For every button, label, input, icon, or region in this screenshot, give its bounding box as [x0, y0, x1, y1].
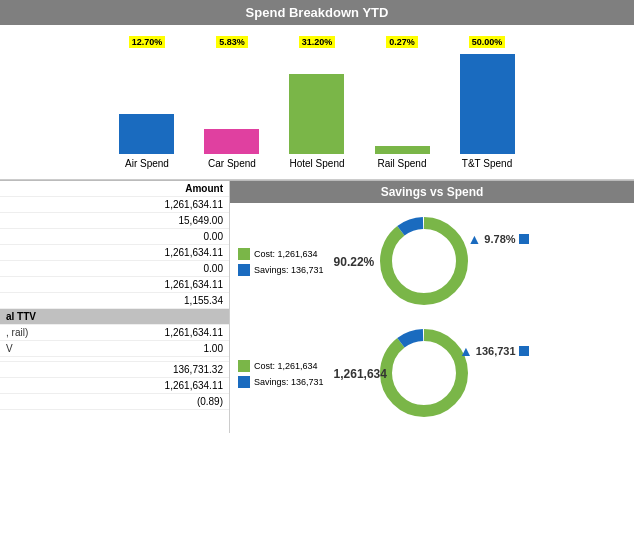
row-amount: 136,731.32 [75, 362, 229, 378]
table-row: , rail)1,261,634.11 [0, 325, 229, 341]
donut-1-pct-small: 9.78% [484, 233, 515, 245]
bar-rect [289, 74, 344, 154]
table-row: V1.00 [0, 341, 229, 357]
donut-2-pct-small: 136,731 [476, 345, 516, 357]
bar-wrapper: 31.20% [289, 54, 344, 154]
row-amount: 0.00 [75, 261, 229, 277]
bar-pct-label: 31.20% [299, 36, 336, 48]
bar-rect [375, 146, 430, 154]
legend-cost-2: Cost: 1,261,634 [238, 360, 324, 372]
row-amount: 1,261,634.11 [75, 245, 229, 261]
table-row: 1,261,634.11 [0, 197, 229, 213]
legend-savings-1: Savings: 136,731 [238, 264, 324, 276]
table-row: 0.00 [0, 229, 229, 245]
bar-pct-label: 50.00% [469, 36, 506, 48]
legend-savings-label-1: Savings: 136,731 [254, 265, 324, 275]
bar-rect [204, 129, 259, 154]
donut-2-center-label: 1,261,634 [334, 367, 387, 381]
row-label: , rail) [0, 325, 75, 341]
legend-color-cost-2 [238, 360, 250, 372]
svg-point-0 [386, 223, 462, 299]
arrow-up-icon-2: ▲ [459, 343, 473, 359]
table-row: 1,261,634.11 [0, 277, 229, 293]
row-label [0, 293, 75, 309]
donut-chart-1: Cost: 1,261,634 Savings: 136,731 90.22% … [238, 211, 626, 313]
bar-rect [119, 114, 174, 154]
legend-1: Cost: 1,261,634 Savings: 136,731 [238, 248, 324, 276]
row-label [0, 394, 75, 410]
row-label [0, 261, 75, 277]
bar-group: 5.83%Car Spend [204, 54, 259, 169]
table-row: 15,649.00 [0, 213, 229, 229]
donut-2-right-label: ▲ 136,731 [459, 343, 529, 359]
bar-pct-label: 5.83% [216, 36, 248, 48]
donut-chart-2: Cost: 1,261,634 Savings: 136,731 1,261,6… [238, 323, 626, 425]
table-row: 1,261,634.11 [0, 378, 229, 394]
row-label [0, 362, 75, 378]
donut-1-right-label: ▲ 9.78% [468, 231, 529, 247]
table-header-row: Amount [0, 181, 229, 197]
charts-container: Cost: 1,261,634 Savings: 136,731 90.22% … [230, 203, 634, 433]
row-amount: 1,261,634.11 [75, 197, 229, 213]
legend-color-cost-1 [238, 248, 250, 260]
bar-name-label: Hotel Spend [289, 158, 344, 169]
savings-vs-spend-header: Savings vs Spend [230, 181, 634, 203]
bar-chart-area: 12.70%Air Spend5.83%Car Spend31.20%Hotel… [0, 25, 634, 180]
donut-1-center-label: 90.22% [334, 255, 375, 269]
row-label [0, 245, 75, 261]
table-row: al TTV [0, 309, 229, 325]
bar-group: 12.70%Air Spend [119, 54, 174, 169]
row-amount: 15,649.00 [75, 213, 229, 229]
bar-wrapper: 0.27% [375, 54, 430, 154]
bar-name-label: T&T Spend [462, 158, 512, 169]
row-amount: 1,155.34 [75, 293, 229, 309]
row-amount: 1.00 [75, 341, 229, 357]
section-label: al TTV [0, 309, 229, 325]
table-row: 0.00 [0, 261, 229, 277]
table-row: 136,731.32 [0, 362, 229, 378]
row-amount: 1,261,634.11 [75, 325, 229, 341]
bar-group: 50.00%T&T Spend [460, 54, 515, 169]
amount-header: Amount [75, 181, 229, 197]
legend-savings-2: Savings: 136,731 [238, 376, 324, 388]
legend-cost-label-1: Cost: 1,261,634 [254, 249, 318, 259]
row-amount: 0.00 [75, 229, 229, 245]
bar-group: 31.20%Hotel Spend [289, 54, 344, 169]
row-label: V [0, 341, 75, 357]
bar-rect [460, 54, 515, 154]
donut-1-wrapper: 90.22% ▲ 9.78% [374, 211, 474, 313]
donut-2-wrapper: 1,261,634 ▲ 136,731 [374, 323, 474, 425]
legend-color-savings-2 [238, 376, 250, 388]
bar-wrapper: 12.70% [119, 54, 174, 154]
bar-name-label: Rail Spend [378, 158, 427, 169]
bar-wrapper: 5.83% [204, 54, 259, 154]
legend-cost-1: Cost: 1,261,634 [238, 248, 324, 260]
legend-cost-label-2: Cost: 1,261,634 [254, 361, 318, 371]
donut-2-svg [374, 323, 474, 423]
bar-pct-label: 0.27% [386, 36, 418, 48]
row-label [0, 378, 75, 394]
page-title: Spend Breakdown YTD [0, 0, 634, 25]
middle-section: Amount 1,261,634.1115,649.000.001,261,63… [0, 180, 634, 433]
right-panel: Savings vs Spend Cost: 1,261,634 Savings… [230, 181, 634, 433]
row-label [0, 229, 75, 245]
table-row: 1,155.34 [0, 293, 229, 309]
legend-savings-label-2: Savings: 136,731 [254, 377, 324, 387]
row-amount: 1,261,634.11 [75, 378, 229, 394]
bar-pct-label: 12.70% [129, 36, 166, 48]
row-label [0, 197, 75, 213]
table-row: 1,261,634.11 [0, 245, 229, 261]
left-table: Amount 1,261,634.1115,649.000.001,261,63… [0, 181, 230, 433]
donut-1-svg [374, 211, 474, 311]
row-label [0, 277, 75, 293]
bar-group: 0.27%Rail Spend [375, 54, 430, 169]
arrow-up-icon-1: ▲ [468, 231, 482, 247]
row-amount: (0.89) [75, 394, 229, 410]
label-header [0, 181, 75, 197]
svg-point-2 [386, 335, 462, 411]
row-amount: 1,261,634.11 [75, 277, 229, 293]
table-row: (0.89) [0, 394, 229, 410]
legend-2: Cost: 1,261,634 Savings: 136,731 [238, 360, 324, 388]
blue-square-2 [519, 346, 529, 356]
bar-name-label: Car Spend [208, 158, 256, 169]
